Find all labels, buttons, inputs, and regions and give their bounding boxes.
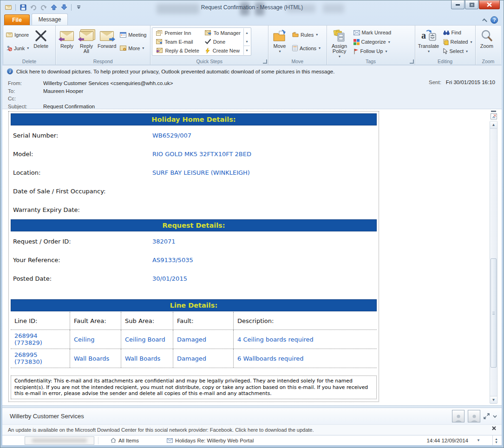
- from-label: From:: [8, 80, 43, 86]
- categorize-button[interactable]: Categorize: [352, 37, 393, 46]
- quick-step-done[interactable]: Done: [202, 37, 243, 46]
- reply-all-icon: [79, 28, 93, 44]
- dialog-launcher-icon[interactable]: [263, 59, 267, 64]
- dropdown-arrow-icon: [27, 46, 29, 50]
- message-header-fields: From:Willerby Customer Services <csenqui…: [2, 77, 502, 109]
- actions-button[interactable]: Actions: [291, 44, 322, 53]
- qat-separator: [15, 4, 16, 11]
- dropdown-arrow-icon: [388, 40, 390, 44]
- close-update-icon[interactable]: [492, 426, 496, 430]
- table-row: 268995 (773830) Wall Boards Wall Boards …: [11, 349, 377, 368]
- delete-x-icon: [35, 28, 47, 44]
- quick-step-create-new[interactable]: Create New: [202, 46, 243, 55]
- column-divider: [98, 437, 98, 444]
- avatar[interactable]: [452, 410, 465, 422]
- list-scroll-spinner[interactable]: ▲▼: [492, 435, 500, 445]
- blocked-image-placeholder-icon[interactable]: [491, 113, 497, 119]
- maximize-button[interactable]: [465, 0, 478, 9]
- follow-up-flag-icon: [353, 48, 359, 54]
- customize-qat-button[interactable]: [75, 3, 83, 11]
- close-button[interactable]: [479, 0, 500, 9]
- minimize-button[interactable]: [451, 0, 465, 9]
- quick-step-team-email[interactable]: Team E-mail: [153, 37, 202, 46]
- body-scroll-column: ▲ ▼: [490, 110, 497, 404]
- forward-button[interactable]: Forward: [96, 27, 118, 50]
- assign-policy-button[interactable]: Assign Policy: [328, 27, 351, 60]
- quick-step-icon: [156, 39, 162, 44]
- title-bar: Request Confirmation - Message (HTML): [2, 0, 502, 13]
- ignore-icon: [6, 33, 13, 37]
- follow-up-button[interactable]: Follow Up: [352, 46, 393, 56]
- avatar[interactable]: [468, 410, 480, 422]
- dropdown-arrow-icon: [279, 49, 281, 54]
- lightning-icon: [205, 48, 210, 53]
- rules-button[interactable]: Rules: [291, 30, 322, 40]
- detail-row: Request / Order ID:382071: [10, 232, 377, 250]
- redo-button[interactable]: [39, 3, 47, 11]
- junk-button[interactable]: Junk: [5, 44, 30, 53]
- quick-step-reply-and-delete[interactable]: Reply & Delete: [153, 46, 202, 55]
- blurred-artifact: [25, 436, 94, 445]
- quick-step-premier-inn[interactable]: Premier Inn: [153, 28, 202, 37]
- qat-separator: [71, 4, 72, 11]
- meeting-button[interactable]: Meeting: [118, 30, 148, 40]
- select-button[interactable]: Select: [442, 46, 474, 56]
- contact-name: Willerby Customer Services: [10, 413, 84, 420]
- translate-button[interactable]: a Translate: [417, 27, 441, 55]
- table-row: 268994 (773829) Ceiling Ceiling Board Da…: [11, 330, 377, 349]
- move-button[interactable]: Move: [270, 27, 289, 55]
- ribbon-group-move: Move Rules Actions Move: [268, 26, 327, 65]
- vertical-scrollbar[interactable]: ▲ ▼: [490, 121, 497, 404]
- quick-steps-gallery: Premier Inn Team E-mail Reply & Delete T…: [152, 27, 251, 56]
- people-pane-list-item[interactable]: All Items Holidays Re: Willerby Web Port…: [2, 435, 502, 445]
- detail-row: Warranty Expiry Date:: [10, 200, 377, 219]
- social-connector-update-bar: An update is available on the Microsoft …: [2, 424, 502, 435]
- gallery-more[interactable]: ▼: [244, 46, 250, 55]
- mark-unread-button[interactable]: Mark Unread: [352, 28, 393, 37]
- collapse-ribbon-icon[interactable]: [482, 18, 487, 23]
- translate-icon: a: [421, 28, 437, 44]
- next-item-button[interactable]: [60, 3, 68, 11]
- scroll-down-arrow[interactable]: ▼: [490, 396, 497, 403]
- save-button[interactable]: [19, 3, 27, 11]
- download-pictures-infobar[interactable]: Click here to download pictures. To help…: [2, 65, 502, 77]
- from-value: Willerby Customer Services <csenquiries@…: [43, 80, 173, 86]
- undo-button[interactable]: [29, 3, 37, 11]
- junk-icon: [6, 45, 12, 51]
- quick-steps-scrollbar: ▲ ▼ ▼: [243, 28, 250, 55]
- previous-item-button[interactable]: [50, 3, 58, 11]
- detail-row: Your Reference:AS9133/5035: [10, 250, 377, 269]
- tab-file[interactable]: File: [4, 14, 30, 25]
- help-icon[interactable]: [491, 16, 498, 24]
- mark-unread-icon: [353, 30, 360, 35]
- quick-step-to-manager[interactable]: To Manager: [202, 28, 243, 37]
- more-respond-button[interactable]: More: [118, 44, 148, 53]
- infobar-text[interactable]: Click here to download pictures. To help…: [16, 69, 334, 74]
- dialog-launcher-icon[interactable]: [410, 59, 414, 64]
- quick-step-icon: [156, 30, 162, 36]
- reply-all-button[interactable]: Reply All: [77, 27, 96, 55]
- gallery-scroll-up[interactable]: ▲: [244, 28, 250, 37]
- reply-button[interactable]: Reply: [57, 27, 77, 50]
- zoom-button[interactable]: Zoom: [477, 27, 497, 50]
- dropdown-arrow-icon[interactable]: ▼: [477, 438, 480, 442]
- more-envelope-icon: [120, 46, 126, 51]
- svg-text:a: a: [421, 30, 426, 40]
- related-button[interactable]: Related: [442, 37, 474, 46]
- scroll-up-arrow[interactable]: ▲: [490, 121, 497, 129]
- tab-message[interactable]: Message: [32, 13, 68, 25]
- delete-button[interactable]: Delete: [31, 27, 51, 50]
- ribbon-group-tags: Assign Policy Mark Unread Categorize Fol…: [327, 26, 415, 65]
- people-pane-menu-icon[interactable]: [493, 415, 497, 418]
- update-text[interactable]: An update is available on the Microsoft …: [8, 427, 314, 433]
- scrollbar-thumb[interactable]: [491, 258, 497, 368]
- ribbon-group-delete: Ignore Junk Delete Delete: [3, 26, 56, 65]
- find-button[interactable]: Find: [442, 28, 474, 37]
- message-body: Holiday Home Details: Serial Number:WB65…: [2, 109, 502, 405]
- section-header-request-details: Request Details:: [11, 219, 377, 231]
- detail-row: Model:RIO GOLD MK5 32FTX10FT 2BED: [10, 145, 377, 163]
- ignore-button[interactable]: Ignore: [5, 30, 30, 40]
- move-folder-icon: [273, 28, 287, 44]
- expand-people-pane-icon[interactable]: [484, 413, 490, 419]
- gallery-scroll-down[interactable]: ▼: [244, 37, 250, 46]
